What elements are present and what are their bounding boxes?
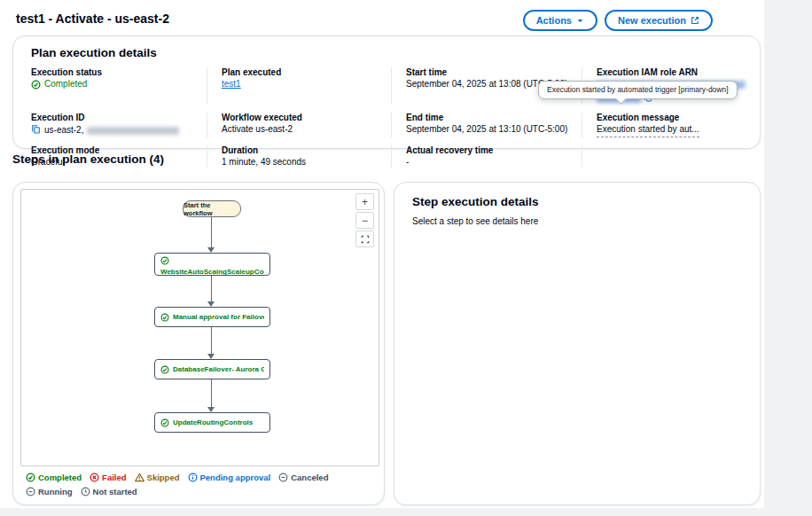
external-link-icon (691, 16, 699, 25)
legend-not-started: Not started (81, 487, 137, 496)
skipped-warning-icon (135, 473, 144, 482)
legend-skipped: Skipped (135, 473, 180, 482)
redacted-execution-id (87, 127, 179, 135)
status-legend: Completed Failed Skipped Pending approva… (26, 473, 364, 496)
legend-canceled: Canceled (278, 473, 328, 482)
console-content: test1 - Activate - us-east-2 Actions New… (0, 0, 764, 508)
workflow-arrow (211, 327, 212, 354)
completed-icon (26, 473, 35, 482)
field-execution-status: Execution status Completed (31, 67, 207, 105)
actions-button[interactable]: Actions (523, 10, 597, 31)
pending-approval-icon (188, 473, 198, 482)
workflow-arrow (211, 379, 212, 407)
header-buttons: Actions New execution (523, 10, 713, 31)
failed-icon (90, 473, 99, 482)
plan-panel-heading: Plan execution details (31, 46, 742, 59)
plan-executed-link[interactable]: test1 (222, 79, 241, 89)
copy-execution-id-icon[interactable] (31, 124, 41, 137)
workflow-step-node-3[interactable]: DatabaseFailover- Aurora Globa... (154, 359, 270, 379)
execution-message-tooltip: Execution started by automated trigger [… (538, 81, 738, 99)
execution-id-prefix: us-east-2, (44, 125, 83, 137)
fit-view-icon (361, 235, 370, 244)
step-panel-empty-text: Select a step to see details here (412, 216, 742, 226)
new-execution-button-label: New execution (618, 14, 686, 27)
check-circle-icon (31, 80, 41, 90)
workflow-start-node[interactable]: Start the workflow (183, 200, 241, 217)
legend-failed: Failed (90, 473, 126, 482)
check-circle-icon (160, 256, 169, 265)
workflow-arrow (211, 217, 212, 247)
step-execution-details-panel: Step execution details Select a step to … (394, 182, 761, 505)
workflow-arrow (211, 276, 212, 301)
legend-completed: Completed (26, 473, 82, 482)
workflow-step-node-1[interactable]: WebsiteAutoScaingScaleupComput... (154, 253, 270, 276)
not-started-clock-icon (81, 487, 90, 496)
field-execution-id: Execution ID us-east-2, (31, 113, 207, 137)
step-panel-heading: Step execution details (412, 195, 742, 208)
fit-view-button[interactable] (355, 231, 374, 247)
workflow-step-node-2[interactable]: Manual approval for Failover (154, 307, 270, 327)
field-empty (582, 145, 754, 168)
page-title: test1 - Activate - us-east-2 (16, 12, 169, 26)
field-duration: Duration 1 minute, 49 seconds (207, 145, 391, 168)
caret-down-icon (576, 17, 584, 25)
actions-button-label: Actions (536, 14, 572, 27)
zoom-in-button[interactable]: + (355, 193, 374, 210)
field-workflow-executed: Workflow executed Activate us-east-2 (207, 113, 391, 137)
new-execution-button[interactable]: New execution (605, 10, 713, 31)
check-circle-icon (160, 418, 169, 427)
field-actual-recovery-time: Actual recovery time - (391, 145, 582, 168)
field-end-time: End time September 04, 2025 at 13:10 (UT… (391, 113, 582, 137)
field-plan-executed: Plan executed test1 (207, 67, 391, 105)
check-circle-icon (160, 313, 169, 322)
workflow-step-node-4[interactable]: UpdateRoutingControls (154, 412, 270, 433)
steps-section-heading: Steps in plan execution (4) (12, 152, 164, 166)
legend-pending-approval: Pending approval (188, 473, 271, 482)
workflow-diagram-panel: + − Start the workflow WebsiteAutoScaing… (12, 182, 385, 505)
check-circle-icon (160, 365, 169, 374)
execution-status-value: Completed (31, 79, 198, 90)
workflow-canvas[interactable]: + − Start the workflow WebsiteAutoScaing… (20, 189, 379, 466)
field-execution-message: Execution message Execution started by a… (582, 113, 754, 137)
legend-running: Running (26, 487, 73, 496)
running-icon (26, 487, 35, 496)
execution-message-tooltip-trigger[interactable]: Execution started by aut... (597, 124, 699, 137)
canceled-icon (278, 473, 288, 482)
zoom-out-button[interactable]: − (355, 212, 374, 229)
diagram-zoom-controls: + − (355, 193, 374, 247)
